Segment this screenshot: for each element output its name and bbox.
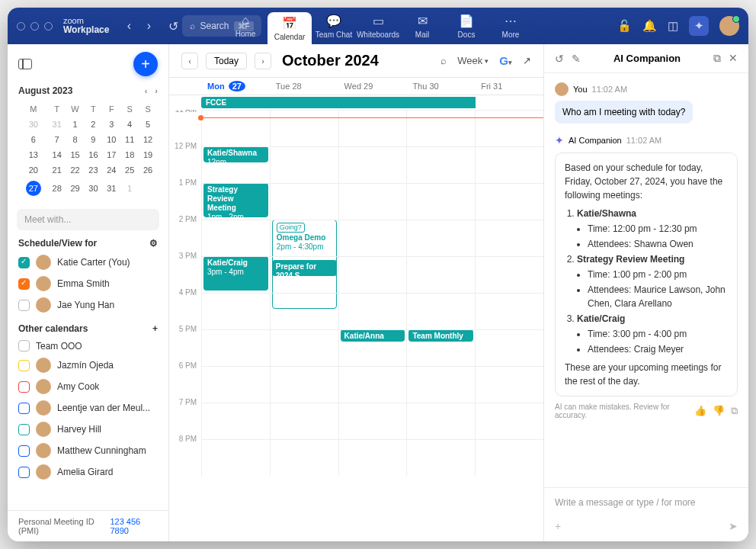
mini-cal-day[interactable]: 2 xyxy=(85,117,101,131)
calendar-event[interactable]: Team Monthly 5pm xyxy=(408,329,473,342)
calendar-event[interactable]: Prepare for 2024 S xyxy=(272,260,337,276)
other-calendar[interactable]: Jazmín Ojeda xyxy=(8,355,168,376)
mini-cal-day[interactable]: 30 xyxy=(20,117,47,131)
ai-attach-icon[interactable]: + xyxy=(555,520,561,532)
mini-cal-day[interactable]: 18 xyxy=(121,148,138,162)
mini-prev-icon[interactable]: ‹ xyxy=(145,86,148,95)
ai-input[interactable]: Write a message or type / for more + ➤ xyxy=(544,487,748,541)
ai-close-icon[interactable]: ✕ xyxy=(729,52,738,65)
other-calendar[interactable]: Amelia Girard xyxy=(8,461,168,483)
new-event-button[interactable]: + xyxy=(133,52,158,76)
mini-cal-day[interactable]: 3 xyxy=(103,117,120,131)
mini-cal-day[interactable]: 20 xyxy=(20,163,47,177)
day-header[interactable]: Tue 28 xyxy=(270,78,338,95)
user-message: Who am I meeting with today? xyxy=(555,101,693,124)
mini-cal-day[interactable]: 7 xyxy=(49,133,66,146)
mini-cal-day[interactable]: 31 xyxy=(49,117,66,131)
other-calendar[interactable]: Amy Cook xyxy=(8,376,168,397)
cal-next-button[interactable]: › xyxy=(255,53,271,69)
other-calendar[interactable]: Matthew Cunningham xyxy=(8,440,168,461)
mini-cal-day[interactable] xyxy=(139,178,156,198)
mini-cal-day[interactable]: 30 xyxy=(85,178,101,198)
day-header[interactable]: Mon 27 xyxy=(201,78,270,95)
today-button[interactable]: Today xyxy=(206,53,247,69)
mini-cal-day[interactable]: 15 xyxy=(67,148,84,162)
mini-cal-day[interactable]: 4 xyxy=(121,117,138,131)
mini-cal-day[interactable]: 28 xyxy=(49,178,66,198)
cal-prev-button[interactable]: ‹ xyxy=(181,53,198,69)
mini-next-icon[interactable]: › xyxy=(155,86,158,95)
gear-icon[interactable]: ⚙ xyxy=(149,238,158,249)
ai-send-icon[interactable]: ➤ xyxy=(729,520,738,532)
other-calendar[interactable]: Leentje van der Meul... xyxy=(8,397,168,419)
ai-sparkle-icon[interactable]: ✦ xyxy=(689,16,709,36)
panel-right-icon[interactable]: ◫ xyxy=(668,19,678,33)
copy-icon[interactable]: ⧉ xyxy=(731,405,738,417)
mini-cal-day[interactable]: 11 xyxy=(121,133,138,146)
mini-cal-day[interactable]: 13 xyxy=(20,148,47,162)
mini-cal-day[interactable]: 6 xyxy=(20,133,47,146)
pmi-value[interactable]: 123 456 7890 xyxy=(110,517,158,535)
calendar-grid[interactable]: 11 AM12 PM1 PM2 PM3 PM4 PM5 PM6 PM7 PM8 … xyxy=(169,110,543,541)
window-controls[interactable] xyxy=(17,22,53,30)
mini-cal-day[interactable]: 8 xyxy=(67,133,84,146)
tab-mail[interactable]: ✉Mail xyxy=(400,8,444,44)
day-header[interactable]: Fri 31 xyxy=(475,78,543,95)
other-calendar[interactable]: Team OOO xyxy=(8,337,168,355)
calendar-event[interactable]: Katie/Craig3pm - 4pm xyxy=(203,256,268,291)
day-header[interactable]: Wed 29 xyxy=(338,78,407,95)
day-header[interactable]: Thu 30 xyxy=(406,78,475,95)
tab-calendar[interactable]: 📅Calendar xyxy=(267,12,312,44)
tab-home[interactable]: ⌂Home xyxy=(223,8,267,44)
ai-compose-icon[interactable]: ✎ xyxy=(572,53,581,65)
thumbs-up-icon[interactable]: 👍 xyxy=(694,405,706,417)
mini-cal-day[interactable]: 17 xyxy=(103,148,120,162)
bell-icon[interactable]: 🔔 xyxy=(642,19,657,33)
ai-history-icon[interactable]: ↺ xyxy=(555,53,564,65)
history-icon[interactable]: ↺ xyxy=(164,17,182,35)
mini-cal-day[interactable]: 9 xyxy=(85,133,101,146)
mini-cal-day[interactable]: 22 xyxy=(67,163,84,177)
add-calendar-icon[interactable]: + xyxy=(152,323,158,334)
schedule-person[interactable]: Katie Carter (You) xyxy=(8,252,168,273)
tab-whiteboards[interactable]: ▭Whiteboards xyxy=(356,8,400,44)
tab-docs[interactable]: 📄Docs xyxy=(444,8,489,44)
mini-cal-day[interactable]: 12 xyxy=(139,133,156,146)
mini-cal-day[interactable]: 24 xyxy=(103,163,120,177)
mini-cal-day[interactable]: 1 xyxy=(121,178,138,198)
cal-search-icon[interactable]: ⌕ xyxy=(440,55,447,66)
mini-cal-day[interactable]: 21 xyxy=(49,163,66,177)
mini-cal-day[interactable]: 5 xyxy=(139,117,156,131)
mini-cal-day[interactable]: 19 xyxy=(139,148,156,162)
allday-event[interactable]: FCCE xyxy=(201,97,476,108)
mini-cal-day[interactable]: 27 xyxy=(20,178,47,198)
panel-toggle-icon[interactable] xyxy=(18,59,32,69)
mini-cal-day[interactable]: 10 xyxy=(103,133,120,146)
mini-cal-day[interactable]: 16 xyxy=(85,148,101,162)
lock-icon[interactable]: 🔓 xyxy=(617,19,632,33)
calendar-event[interactable]: Katie/Anna Weekly xyxy=(341,329,405,342)
calendar-event[interactable]: Strategy Review Meeting1pm - 2pm xyxy=(203,183,268,217)
thumbs-down-icon[interactable]: 👎 xyxy=(713,405,725,417)
meet-with-input[interactable]: Meet with... xyxy=(17,209,159,230)
other-calendar[interactable]: Harvey Hill xyxy=(8,419,168,440)
open-external-icon[interactable]: ↗ xyxy=(523,55,531,66)
google-icon[interactable]: G▾ xyxy=(499,54,512,67)
schedule-person[interactable]: Emma Smith xyxy=(8,273,168,294)
mini-cal-day[interactable]: 26 xyxy=(139,163,156,177)
mini-cal-day[interactable]: 1 xyxy=(67,117,84,131)
schedule-person[interactable]: Jae Yung Han xyxy=(8,294,168,316)
mini-cal-day[interactable]: 31 xyxy=(103,178,120,198)
calendar-event[interactable]: Katie/Shawna 12pm xyxy=(203,146,268,162)
mini-cal-day[interactable]: 23 xyxy=(85,163,101,177)
mini-cal-day[interactable]: 14 xyxy=(49,148,66,162)
ai-popout-icon[interactable]: ⧉ xyxy=(713,52,721,65)
user-avatar[interactable] xyxy=(719,16,739,36)
view-selector[interactable]: Week ▾ xyxy=(457,55,489,66)
tab-more[interactable]: ⋯More xyxy=(489,8,533,44)
history-nav[interactable]: ‹› xyxy=(120,17,158,35)
mini-cal-day[interactable]: 29 xyxy=(67,178,84,198)
tab-team-chat[interactable]: 💬Team Chat xyxy=(312,8,356,44)
top-right-icons: 🔓 🔔 ◫ ✦ xyxy=(617,16,739,36)
mini-cal-day[interactable]: 25 xyxy=(121,163,138,177)
